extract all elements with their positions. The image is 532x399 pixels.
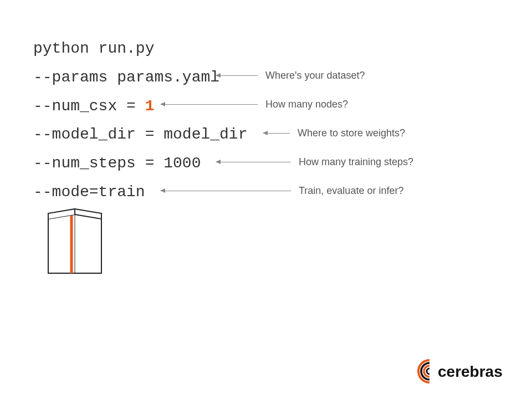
logo-text: cerebras <box>438 363 503 380</box>
annotation-row-numsteps: How many training steps? <box>216 147 413 176</box>
arrow-icon <box>216 75 258 76</box>
annotation-text-mode: Train, evaluate or infer? <box>299 185 403 197</box>
code-line-modeldir: --model_dir = model_dir <box>33 120 247 149</box>
code-numcsx-value: 1 <box>145 98 155 115</box>
code-line-command: python run.py <box>33 34 247 63</box>
arrow-icon <box>161 191 291 191</box>
annotation-text-numsteps: How many training steps? <box>299 156 413 168</box>
arrow-icon <box>263 133 290 134</box>
annotation-text-modeldir: Where to store weights? <box>298 127 405 139</box>
code-numcsx-prefix: --num_csx = <box>33 98 145 115</box>
annotation-text-numcsx: How many nodes? <box>265 99 348 110</box>
folded-document-icon <box>47 208 103 274</box>
code-line-params: --params params.yaml <box>33 63 247 92</box>
arrow-icon <box>216 162 291 162</box>
annotation-row-numcsx: How many nodes? <box>161 90 348 119</box>
annotation-row-params: Where's your dataset? <box>216 61 365 90</box>
annotation-row-modeldir: Where to store weights? <box>263 119 405 147</box>
annotation-text-params: Where's your dataset? <box>265 70 365 81</box>
annotation-row-mode: Train, evaluate or infer? <box>161 176 403 205</box>
arrow-icon <box>161 104 258 105</box>
cerebras-logo: cerebras <box>416 357 515 385</box>
